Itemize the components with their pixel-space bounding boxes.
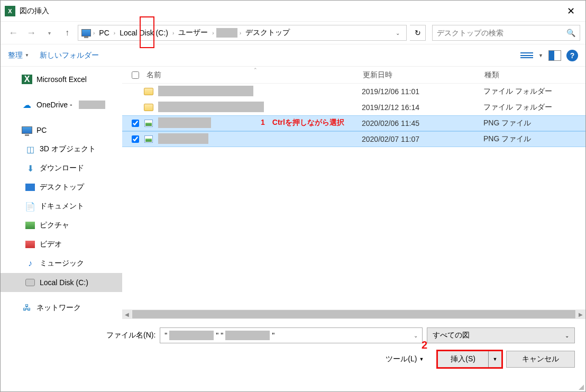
chevron-right-icon: ›: [114, 30, 115, 36]
insert-split-dropdown[interactable]: ▼: [489, 357, 501, 362]
tree-excel[interactable]: XMicrosoft Excel: [1, 70, 122, 89]
sort-indicator: ⌃: [253, 67, 258, 72]
excel-icon: X: [22, 75, 32, 84]
back-button[interactable]: ←: [6, 25, 21, 40]
annotation-1: 1Ctrlを押しながら選択: [261, 115, 344, 127]
chevron-right-icon: ›: [93, 30, 95, 36]
preview-pane-button[interactable]: [548, 50, 561, 61]
cancel-button[interactable]: キャンセル: [506, 351, 575, 368]
resize-grip[interactable]: [576, 382, 584, 390]
tree-pictures[interactable]: ピクチャ: [1, 216, 122, 235]
excel-icon: X: [5, 6, 15, 16]
annotation-2: 2: [422, 339, 427, 351]
address-dropdown[interactable]: ⌄: [392, 30, 403, 36]
redacted: [79, 101, 105, 109]
scroll-thumb[interactable]: [132, 310, 575, 318]
crumb-pc[interactable]: PC: [97, 29, 111, 37]
navbar: ← → ▾ ↑ › PC › Local Disk (C:) › ユーザー › …: [1, 22, 585, 44]
desktop-icon: [25, 183, 35, 192]
redacted-name: [158, 102, 264, 112]
redacted-filename: [169, 331, 214, 340]
search-input[interactable]: [437, 29, 566, 37]
organize-button[interactable]: 整理▼: [8, 51, 29, 60]
chevron-right-icon: ›: [212, 30, 214, 36]
filename-label: ファイル名(N):: [106, 331, 155, 340]
close-button[interactable]: ✕: [560, 1, 581, 22]
scroll-right[interactable]: ▶: [576, 309, 585, 319]
crumb-users[interactable]: ユーザー: [176, 28, 210, 38]
redacted-name: [158, 133, 208, 144]
image-icon: [143, 134, 154, 144]
file-row-folder[interactable]: 2019/12/06 11:01 ファイル フォルダー: [122, 84, 585, 99]
insert-button[interactable]: 挿入(S) ▼: [437, 351, 502, 368]
search-icon[interactable]: 🔍: [566, 29, 575, 37]
chevron-down-icon[interactable]: ⌄: [414, 333, 418, 339]
crumb-disk[interactable]: Local Disk (C:): [117, 29, 170, 37]
tree-network[interactable]: 🖧ネットワーク: [1, 298, 122, 317]
col-type[interactable]: 種類: [484, 70, 585, 80]
refresh-button[interactable]: ↻: [410, 25, 426, 41]
new-folder-button[interactable]: 新しいフォルダー: [40, 51, 99, 60]
select-all-checkbox[interactable]: [127, 71, 143, 79]
view-button[interactable]: [520, 50, 533, 61]
document-icon: [25, 202, 35, 211]
column-headers: ⌃名前 更新日時 種類: [122, 67, 585, 84]
help-button[interactable]: ?: [566, 50, 578, 61]
col-date[interactable]: 更新日時: [363, 70, 484, 80]
crumb-user-redacted[interactable]: [216, 28, 237, 38]
chevron-right-icon: ›: [240, 30, 241, 36]
col-name[interactable]: ⌃名前: [143, 70, 363, 80]
file-row-image-selected[interactable]: 2020/02/07 11:07 PNG ファイル: [122, 131, 585, 147]
disk-icon: [25, 278, 35, 287]
chevron-right-icon: ›: [172, 30, 174, 36]
tree-videos[interactable]: ビデオ: [1, 235, 122, 254]
redacted-name: [158, 86, 253, 96]
music-icon: ♪: [25, 259, 35, 268]
view-dropdown[interactable]: ▼: [538, 53, 543, 58]
tree-documents[interactable]: ドキュメント: [1, 197, 122, 216]
image-icon: [143, 118, 154, 128]
address-bar[interactable]: › PC › Local Disk (C:) › ユーザー › › デスクトップ…: [78, 25, 407, 41]
tree-localdisk[interactable]: Local Disk (C:): [1, 273, 122, 292]
window-title: 図の挿入: [20, 6, 49, 16]
crumb-desktop[interactable]: デスクトップ: [243, 28, 292, 38]
tree-onedrive[interactable]: ☁OneDrive -: [1, 95, 122, 114]
filename-combo[interactable]: "" "" ⌄: [160, 327, 423, 343]
download-icon: ⬇: [25, 163, 35, 173]
row-checkbox[interactable]: [127, 135, 143, 143]
picture-icon: [25, 221, 35, 230]
redacted-filename: [225, 331, 270, 340]
forward-button[interactable]: →: [24, 25, 39, 40]
file-row-image-selected[interactable]: 2020/02/06 11:45 PNG ファイル: [122, 115, 585, 131]
tree-desktop[interactable]: デスクトップ: [1, 178, 122, 197]
folder-icon: [143, 103, 154, 112]
onedrive-icon: ☁: [22, 100, 32, 110]
filetype-filter[interactable]: すべての図 ⌄: [427, 327, 575, 343]
row-checkbox[interactable]: [127, 120, 143, 127]
titlebar: X 図の挿入 ✕: [1, 1, 585, 22]
video-icon: [25, 240, 35, 249]
file-row-folder[interactable]: 2019/12/12 16:14 ファイル フォルダー: [122, 99, 585, 115]
footer: ファイル名(N): "" "" ⌄ すべての図 ⌄ 2 ツール(L)▼ 挿入(S…: [1, 319, 585, 373]
horizontal-scrollbar[interactable]: ◀ ▶: [122, 309, 585, 319]
tree-music[interactable]: ♪ミュージック: [1, 254, 122, 273]
tree-3d[interactable]: ◫3D オブジェクト: [1, 140, 122, 159]
tree-downloads[interactable]: ⬇ダウンロード: [1, 159, 122, 178]
history-dropdown[interactable]: ▾: [42, 25, 57, 40]
redacted-name: [158, 117, 211, 128]
folder-icon: [143, 87, 154, 96]
body: XMicrosoft Excel ☁OneDrive - PC ◫3D オブジェ…: [1, 66, 585, 319]
tree-pc[interactable]: PC: [1, 121, 122, 140]
network-icon: 🖧: [22, 303, 32, 313]
file-list: ⌃名前 更新日時 種類 2019/12/06 11:01 ファイル フォルダー …: [122, 67, 585, 319]
tools-button[interactable]: ツール(L)▼: [386, 354, 424, 364]
cube-icon: ◫: [25, 144, 35, 154]
nav-tree[interactable]: XMicrosoft Excel ☁OneDrive - PC ◫3D オブジェ…: [1, 67, 122, 319]
scroll-left[interactable]: ◀: [122, 309, 132, 319]
up-button[interactable]: ↑: [60, 25, 75, 40]
toolbar: 整理▼ 新しいフォルダー ▼ ?: [1, 44, 585, 66]
pc-icon: [81, 29, 91, 37]
search-box[interactable]: 🔍: [432, 25, 580, 41]
chevron-down-icon[interactable]: ⌄: [565, 333, 569, 339]
pc-icon: [22, 125, 32, 135]
